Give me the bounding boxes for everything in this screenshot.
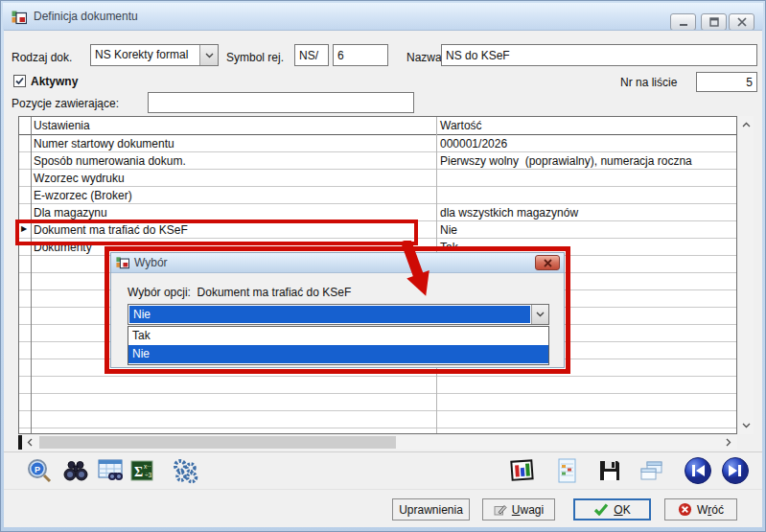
chevron-down-icon[interactable] (531, 305, 548, 324)
table-search-icon[interactable] (97, 457, 124, 484)
definicja-dokumentu-window: Definicja dokumentu Rodzaj dok. NS Korek… (0, 0, 766, 532)
svg-text:÷3: ÷3 (145, 472, 152, 478)
nr-na-liscie-label: Nr na liście (620, 76, 677, 89)
wybor-combo-value: Nie (129, 306, 530, 323)
button-label: Wróć (697, 503, 724, 517)
uwagi-button[interactable]: Uwagi (482, 498, 555, 520)
row-gutter (19, 117, 32, 433)
wroc-button[interactable]: Wróć (664, 498, 737, 520)
dropdown-option-nie[interactable]: Nie (128, 345, 548, 363)
value-cell: dla wszystkich magazynów (440, 206, 578, 220)
check-icon (593, 503, 609, 516)
minimize-icon (679, 18, 688, 27)
nav-first-icon[interactable] (684, 456, 712, 485)
nav-last-icon[interactable] (721, 456, 750, 485)
chevron-down-icon[interactable] (199, 45, 218, 65)
table-row[interactable]: Wzorzec wydruku (19, 170, 736, 187)
uprawnienia-button[interactable]: Uprawnienia (392, 498, 470, 520)
svg-text:P: P (35, 465, 40, 474)
dropdown-option-tak[interactable]: Tak (128, 327, 548, 345)
aktywny-label: Aktywny (31, 75, 78, 88)
titlebar: Definicja dokumentu (3, 3, 763, 30)
scroll-up-icon[interactable] (739, 118, 753, 131)
setting-cell: E-wzorzec (Broker) (34, 189, 132, 202)
table-row[interactable]: Numer startowy dokumentu 000001/2026 (19, 135, 736, 152)
toolbar-separator (4, 489, 762, 490)
setting-cell: Wzorzec wydruku (34, 172, 125, 185)
symbol-prefix-input[interactable] (294, 44, 329, 66)
table-row[interactable]: E-wzorzec (Broker) (19, 187, 736, 204)
pozycje-input[interactable] (148, 92, 414, 113)
wybor-dialog: Wybór Wybór opcji: Dokument ma trafiać d… (110, 252, 565, 368)
symbol-rej-label: Symbol rej. (226, 51, 284, 64)
bar-chart-icon[interactable] (509, 457, 536, 484)
check-icon (14, 76, 25, 86)
setting-cell: Numer startowy dokumentu (34, 137, 174, 150)
close-button[interactable] (729, 13, 754, 31)
aktywny-checkbox[interactable] (13, 75, 26, 87)
pozycje-label: Pozycje zawierające: (12, 97, 119, 110)
setting-cell: Dokument ma trafiać do KSeF (34, 223, 188, 237)
maximize-button[interactable] (701, 13, 727, 31)
binoculars-icon[interactable] (62, 457, 89, 484)
wybor-titlebar: Wybór (111, 253, 564, 273)
wybor-close-button[interactable] (535, 255, 560, 270)
symbol-number-input[interactable] (333, 44, 388, 66)
table-row-selected[interactable]: Dokument ma trafiać do KSeF Nie (19, 221, 736, 239)
wybor-combobox[interactable]: Nie (128, 304, 549, 325)
nazwa-input[interactable] (441, 44, 757, 66)
scroll-right-icon[interactable] (722, 436, 735, 449)
button-label: Uprawnienia (399, 503, 463, 517)
svg-text:Σ: Σ (134, 465, 143, 479)
cancel-x-icon (678, 502, 692, 517)
scrollbar-thumb[interactable] (39, 436, 396, 449)
wybor-title: Wybór (134, 253, 168, 273)
setting-cell: Sposób numerowania dokum. (34, 154, 186, 168)
nazwa-label: Nazwa (406, 51, 442, 64)
column-header-wartosc: Wartość (440, 119, 482, 132)
wybor-prompt: Wybór opcji: Dokument ma trafiać do KSeF (128, 286, 351, 299)
svg-text:x··: x·· (144, 463, 151, 470)
ok-button[interactable]: OK (573, 498, 651, 520)
scroll-left-icon[interactable] (23, 436, 36, 449)
app-icon (12, 10, 27, 25)
close-icon (737, 17, 747, 27)
scrollbar-edge (18, 435, 22, 450)
close-icon (544, 259, 552, 267)
sum-calc-icon[interactable]: Σ x·· ÷3 (128, 457, 155, 484)
value-cell: Nie (440, 223, 457, 237)
rodzaj-dok-combobox[interactable]: NS Korekty formal (90, 44, 219, 66)
table-row[interactable]: Dla magazynu dla wszystkich magazynów (19, 204, 736, 221)
preview-loupe-icon[interactable]: P (26, 457, 53, 484)
table-header-row: Ustawienia Wartość (19, 117, 736, 135)
wybor-dropdown-list: Tak Nie (128, 326, 549, 365)
current-row-marker-icon: ▶ (21, 224, 27, 233)
nr-na-liscie-input[interactable] (696, 72, 757, 92)
save-floppy-icon[interactable] (596, 457, 623, 484)
horizontal-scrollbar[interactable] (18, 435, 737, 450)
vertical-scrollbar[interactable] (738, 116, 754, 434)
maximize-icon (709, 17, 719, 27)
value-cell: 000001/2026 (440, 137, 507, 150)
note-pencil-icon (494, 503, 507, 517)
button-label: Uwagi (512, 503, 544, 517)
setting-cell: Dokumenty (34, 241, 92, 254)
app-icon (116, 256, 129, 269)
rodzaj-dok-label: Rodzaj dok. (12, 51, 72, 64)
scroll-down-icon[interactable] (739, 419, 753, 432)
button-label: OK (614, 503, 630, 517)
data-sheet-icon[interactable] (553, 457, 580, 484)
column-header-ustawienia: Ustawienia (34, 119, 90, 132)
cascade-windows-icon[interactable] (638, 457, 664, 484)
minimize-button[interactable] (670, 13, 696, 31)
table-row[interactable]: Sposób numerowania dokum. Pierwszy wolny… (19, 152, 736, 170)
toolbar-separator (4, 451, 762, 452)
window-title: Definicja dokumentu (34, 3, 138, 31)
setting-cell: Dla magazynu (34, 206, 107, 220)
rodzaj-dok-value: NS Korekty formal (95, 45, 198, 65)
gears-icon[interactable] (172, 457, 198, 484)
value-cell: Pierwszy wolny (poprawialny), numeracja … (440, 154, 692, 168)
